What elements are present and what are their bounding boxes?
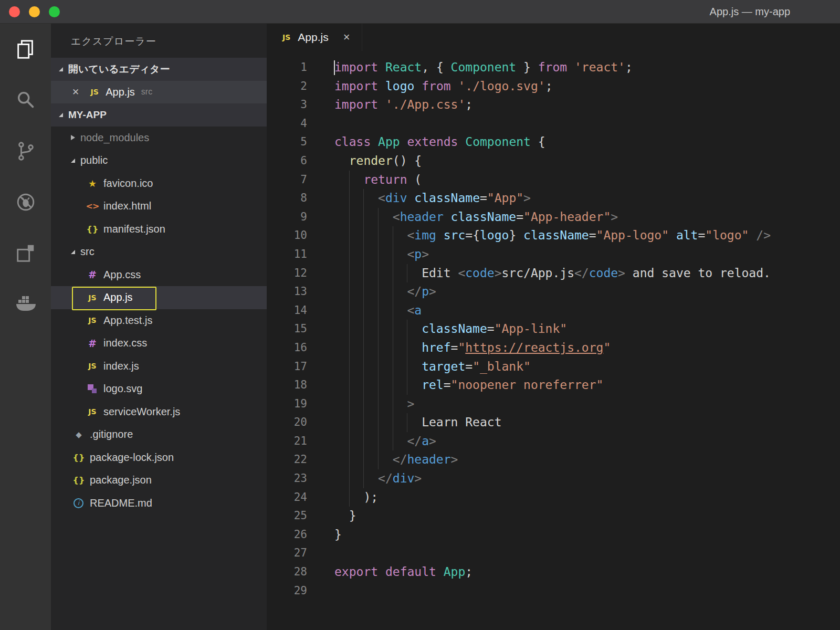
open-editor-item-appjs[interactable]: ✕ JS App.js src: [51, 81, 267, 104]
code-line-4[interactable]: 4: [267, 114, 840, 133]
code-line-1[interactable]: 1import React, { Component } from 'react…: [267, 58, 840, 77]
code-line-26[interactable]: 26}: [267, 526, 840, 544]
line-content: [334, 114, 840, 133]
tree-item-label: README.md: [90, 497, 152, 509]
code-line-22[interactable]: 22 </header>: [267, 450, 840, 469]
open-editor-file-detail: src: [141, 87, 152, 97]
indent-guide: [363, 339, 364, 358]
close-tab-icon[interactable]: ×: [343, 30, 350, 44]
code-line-28[interactable]: 28export default App;: [267, 563, 840, 582]
code-line-2[interactable]: 2import logo from './logo.svg';: [267, 77, 840, 96]
activity-search-button[interactable]: [0, 75, 51, 125]
line-number: 17: [267, 358, 307, 376]
close-window-button[interactable]: [9, 6, 20, 17]
indent-guide: [407, 320, 407, 339]
code-line-19[interactable]: 19 >: [267, 395, 840, 414]
code-line-21[interactable]: 21 </a>: [267, 432, 840, 451]
line-content: </div>: [334, 469, 840, 488]
activity-no-debug-button[interactable]: [0, 176, 51, 227]
chevron-expanded-icon: [59, 67, 63, 71]
chevron-collapsed-icon: [71, 135, 75, 140]
indent-guide: [393, 282, 393, 301]
sidebar-explorer: エクスプローラー 開いているエディター ✕ JS App.js src MY-A…: [51, 24, 267, 630]
code-line-12[interactable]: 12 Edit <code>src/App.js</code> and save…: [267, 264, 840, 283]
code-line-17[interactable]: 17 target="_blank": [267, 358, 840, 376]
code-line-3[interactable]: 3import './App.css';: [267, 96, 840, 114]
file--gitignore[interactable]: ◆.gitignore: [51, 423, 267, 446]
code-line-29[interactable]: 29: [267, 582, 840, 601]
file-readme-md[interactable]: iREADME.md: [51, 492, 267, 515]
file-package-json[interactable]: {}package.json: [51, 469, 267, 492]
json-file-icon: {}: [71, 472, 87, 488]
line-number: 23: [267, 469, 307, 488]
code-line-23[interactable]: 23 </div>: [267, 469, 840, 488]
indent-guide: [378, 264, 379, 283]
tree-item-label: App.css: [103, 269, 141, 281]
line-content: return (: [334, 171, 840, 190]
activity-extensions-button[interactable]: [0, 227, 51, 278]
activity-docker-button[interactable]: [0, 278, 51, 329]
code-editor[interactable]: 1import React, { Component } from 'react…: [267, 51, 840, 630]
sidebar-title: エクスプローラー: [51, 24, 267, 58]
open-editors-header[interactable]: 開いているエディター: [51, 58, 267, 81]
activity-explorer-button[interactable]: [0, 24, 51, 75]
code-line-14[interactable]: 14 <a: [267, 301, 840, 320]
indent-guide: [378, 376, 379, 395]
traffic-lights: [9, 6, 60, 17]
tab-appjs[interactable]: JS App.js ×: [267, 24, 362, 51]
tree-item-label: logo.svg: [103, 383, 143, 395]
folder-src[interactable]: src: [51, 240, 267, 264]
line-content: <header className="App-header">: [334, 208, 840, 227]
tree-item-label: favicon.ico: [103, 177, 153, 190]
tab-label: App.js: [298, 31, 328, 44]
line-content: import React, { Component } from 'react'…: [334, 58, 840, 77]
code-line-25[interactable]: 25 }: [267, 507, 840, 526]
code-line-10[interactable]: 10 <img src={logo} className="App-logo" …: [267, 226, 840, 245]
file-app-css[interactable]: #App.css: [51, 264, 267, 287]
tree-item-label: .gitignore: [90, 428, 133, 440]
code-line-8[interactable]: 8 <div className="App">: [267, 189, 840, 208]
code-line-20[interactable]: 20 Learn React: [267, 413, 840, 432]
code-line-6[interactable]: 6 render() {: [267, 152, 840, 171]
line-content: rel="noopener noreferrer": [334, 376, 840, 395]
close-editor-icon[interactable]: ✕: [72, 87, 79, 98]
indent-guide: [407, 376, 407, 395]
code-line-24[interactable]: 24 );: [267, 488, 840, 507]
workbench: エクスプローラー 開いているエディター ✕ JS App.js src MY-A…: [0, 24, 840, 630]
file-favicon-ico[interactable]: ★favicon.ico: [51, 172, 267, 195]
indent-guide: [378, 339, 379, 358]
file-app-test-js[interactable]: JSApp.test.js: [51, 309, 267, 332]
file-index-css[interactable]: #index.css: [51, 332, 267, 355]
file-app-js[interactable]: JSApp.js: [51, 286, 267, 309]
file-index-html[interactable]: <>index.html: [51, 195, 267, 218]
folder-public[interactable]: public: [51, 149, 267, 172]
minimize-window-button[interactable]: [29, 6, 40, 17]
file-serviceworker-js[interactable]: JSserviceWorker.js: [51, 401, 267, 424]
code-line-16[interactable]: 16 href="https://reactjs.org": [267, 339, 840, 358]
file-index-js[interactable]: JSindex.js: [51, 355, 267, 378]
text-cursor: [334, 60, 335, 75]
code-line-13[interactable]: 13 </p>: [267, 282, 840, 301]
file-logo-svg[interactable]: logo.svg: [51, 377, 267, 401]
zoom-window-button[interactable]: [49, 6, 60, 17]
code-line-27[interactable]: 27: [267, 544, 840, 563]
file-package-lock-json[interactable]: {}package-lock.json: [51, 446, 267, 469]
code-line-5[interactable]: 5class App extends Component {: [267, 133, 840, 152]
project-root-header[interactable]: MY-APP: [51, 103, 267, 127]
activity-source-control-button[interactable]: [0, 125, 51, 176]
code-line-18[interactable]: 18 rel="noopener noreferrer": [267, 376, 840, 395]
open-editor-file-name: App.js: [106, 86, 135, 98]
code-line-11[interactable]: 11 <p>: [267, 245, 840, 264]
open-editors-label: 開いているエディター: [68, 62, 170, 76]
html-file-icon: <>: [85, 198, 100, 214]
tab-file-icon-slot: JS: [282, 29, 298, 45]
indent-guide: [363, 395, 364, 414]
code-line-7[interactable]: 7 return (: [267, 171, 840, 190]
file-manifest-json[interactable]: {}manifest.json: [51, 218, 267, 241]
code-line-9[interactable]: 9 <header className="App-header">: [267, 208, 840, 227]
folder-node-modules[interactable]: node_modules: [51, 127, 267, 150]
js-file-icon: JS: [85, 290, 100, 306]
code-line-15[interactable]: 15 className="App-link": [267, 320, 840, 339]
indent-guide: [393, 301, 393, 320]
line-number: 4: [267, 114, 307, 133]
